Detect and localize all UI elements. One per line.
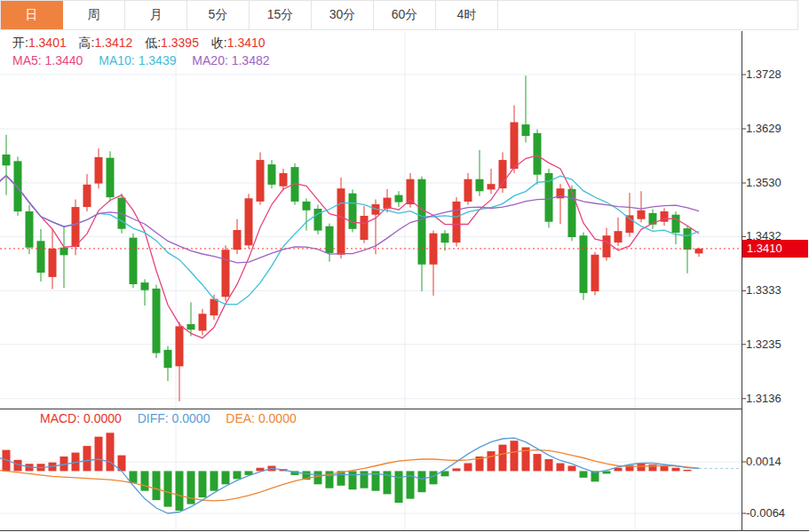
close-label: 收: [211,36,227,50]
current-price-tag: 1.3410 [742,240,808,258]
price-axis-label: 1.3136 [746,392,808,405]
tab-week[interactable]: 周 [63,1,125,29]
close-value: 1.3410 [227,36,266,50]
ohlc-legend: 开:1.3401 高:1.3412 低:1.3395 收:1.3410 [12,36,266,52]
ma5-legend: MA5: 1.3440 [12,53,83,67]
price-axis-label: 0.0014 [746,455,808,468]
kline-chart-canvas[interactable] [0,0,809,532]
timeframe-tabbar: 日 周 月 5分 15分 30分 60分 4时 [0,0,798,30]
open-value: 1.3401 [28,36,67,50]
open-label: 开: [12,36,28,50]
tab-15min[interactable]: 15分 [250,1,312,29]
tab-30min[interactable]: 30分 [312,1,374,29]
price-axis-label: 1.3728 [746,67,808,81]
ma10-legend: MA10: 1.3439 [99,53,176,67]
high-label: 高: [79,36,95,50]
price-axis-label: 1.3235 [746,337,808,351]
dea-value: DEA: 0.0000 [226,411,296,425]
low-label: 低: [145,36,161,50]
tab-4hour[interactable]: 4时 [436,1,498,29]
tab-month[interactable]: 月 [125,1,187,29]
diff-value: DIFF: 0.0000 [138,411,210,425]
tab-60min[interactable]: 60分 [374,1,436,29]
price-axis-label: 1.3530 [746,176,808,189]
high-value: 1.3412 [95,36,133,50]
macd-legend: MACD: 0.0000 DIFF: 0.0000 DEA: 0.0000 [40,411,297,425]
price-axis-label: -0.0064 [746,506,808,520]
price-axis-label: 1.3333 [746,283,808,297]
tab-day[interactable]: 日 [1,1,63,29]
low-value: 1.3395 [161,36,199,50]
price-axis-label: 1.3629 [746,122,808,135]
ma-legend: MA5: 1.3440 MA10: 1.3439 MA20: 1.3482 [12,53,270,67]
macd-value: MACD: 0.0000 [40,411,122,425]
tab-5min[interactable]: 5分 [187,1,250,29]
ma20-legend: MA20: 1.3482 [192,53,269,67]
tabbar-filler [498,1,797,29]
